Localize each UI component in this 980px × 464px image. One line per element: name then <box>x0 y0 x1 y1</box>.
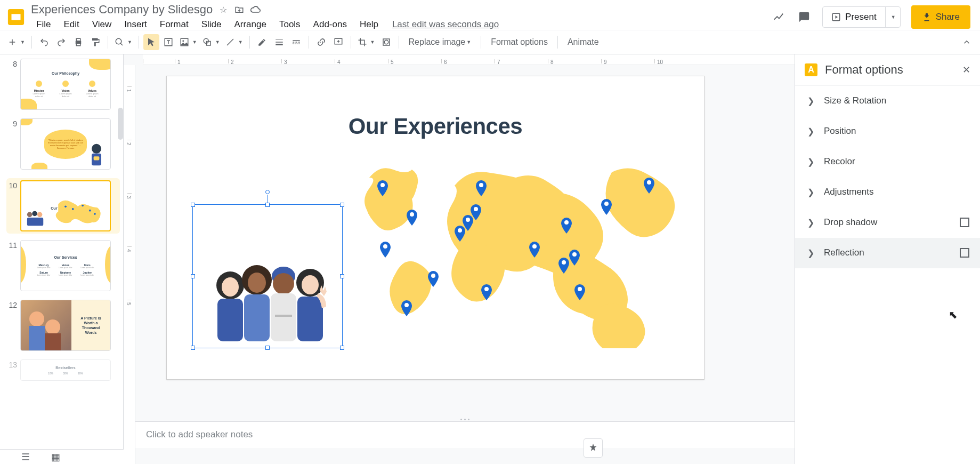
reflection-checkbox[interactable] <box>960 248 969 258</box>
border-dash-button[interactable] <box>288 34 304 50</box>
undo-button[interactable] <box>36 34 52 50</box>
resize-handle-sw[interactable] <box>191 346 195 350</box>
mask-button[interactable] <box>378 34 394 50</box>
grid-view-icon[interactable]: ▦ <box>51 451 60 463</box>
format-panel-title: Format options <box>825 63 903 77</box>
menu-format[interactable]: Format <box>155 18 194 31</box>
svg-point-9 <box>182 40 184 42</box>
crop-button[interactable]: ▼ <box>355 34 377 50</box>
animate-button[interactable]: Animate <box>562 34 604 50</box>
section-size-rotation[interactable]: ❯ Size & Rotation <box>795 86 980 116</box>
slide-canvas[interactable]: Our Experiences <box>166 76 704 380</box>
filmstrip-view-icon[interactable]: ☰ <box>21 451 30 463</box>
doc-title[interactable]: Experiences Company by Slidesgo <box>31 3 213 17</box>
paint-format-button[interactable] <box>87 34 103 50</box>
slide-thumbnail-13[interactable]: Bestsellers 10% 30% 20% <box>20 359 111 381</box>
resize-handle-nw[interactable] <box>191 203 195 207</box>
redo-button[interactable] <box>53 34 69 50</box>
menu-file[interactable]: File <box>31 18 56 31</box>
border-weight-button[interactable] <box>271 34 287 50</box>
select-tool[interactable] <box>143 34 159 50</box>
svg-point-23 <box>72 208 74 210</box>
textbox-tool[interactable] <box>160 34 176 50</box>
section-recolor[interactable]: ❯ Recolor <box>795 147 980 177</box>
menu-arrange[interactable]: Arrange <box>229 18 271 31</box>
line-tool[interactable]: ▼ <box>223 34 245 50</box>
titlebar: Experiences Company by Slidesgo ☆ File E… <box>0 0 980 30</box>
collapse-toolbar-button[interactable] <box>959 34 975 50</box>
slide-thumbnail-8[interactable]: Our Philosophy MissionLorem ipsum dolor … <box>20 59 111 110</box>
world-map-image[interactable] <box>348 156 682 348</box>
notes-resize-handle[interactable] <box>455 419 476 421</box>
svg-point-44 <box>572 252 577 257</box>
svg-rect-57 <box>244 294 270 341</box>
svg-rect-56 <box>217 299 243 341</box>
menu-tools[interactable]: Tools <box>274 18 306 31</box>
activity-icon[interactable] <box>771 10 786 25</box>
present-button[interactable]: Present <box>823 12 885 22</box>
slide-thumbnail-11[interactable]: Our Services MercuryLorem ipsum dolor Ve… <box>20 240 111 291</box>
slide-thumbnail-9[interactable]: "This is a quote, words full of wisdom t… <box>20 118 111 170</box>
slide-title[interactable]: Our Experiences <box>167 114 704 139</box>
menu-help[interactable]: Help <box>354 18 384 31</box>
slides-logo-icon[interactable] <box>5 6 27 28</box>
explore-button[interactable] <box>584 438 603 458</box>
svg-rect-60 <box>275 315 292 317</box>
resize-handle-se[interactable] <box>340 346 344 350</box>
last-edit-link[interactable]: Last edit was seconds ago <box>392 19 499 30</box>
menu-edit[interactable]: Edit <box>58 18 84 31</box>
new-slide-button[interactable]: ▼ <box>5 34 27 50</box>
menubar: File Edit View Insert Format Slide Arran… <box>31 18 771 31</box>
menu-view[interactable]: View <box>87 18 117 31</box>
svg-point-20 <box>37 212 43 218</box>
print-button[interactable] <box>70 34 86 50</box>
svg-rect-1 <box>12 14 21 20</box>
shape-tool[interactable]: ▼ <box>200 34 222 50</box>
resize-handle-e[interactable] <box>340 274 344 278</box>
present-dropdown[interactable]: ▼ <box>885 7 900 27</box>
menu-insert[interactable]: Insert <box>119 18 152 31</box>
filmstrip[interactable]: 8 Our Philosophy MissionLorem ipsum dolo… <box>0 54 124 464</box>
speaker-notes[interactable]: Click to add speaker notes <box>135 421 795 448</box>
resize-handle-w[interactable] <box>191 274 195 278</box>
menu-addons[interactable]: Add-ons <box>308 18 352 31</box>
link-button[interactable] <box>313 34 329 50</box>
cloud-status-icon[interactable] <box>250 4 261 15</box>
replace-image-button[interactable]: Replace image▼ <box>403 34 477 50</box>
comments-icon[interactable] <box>797 10 812 25</box>
resize-handle-s[interactable] <box>265 346 270 350</box>
format-panel-icon: A <box>805 63 817 76</box>
rotate-handle[interactable] <box>265 190 270 194</box>
section-reflection[interactable]: ❯ Reflection <box>795 238 980 268</box>
svg-point-27 <box>29 311 44 326</box>
section-drop-shadow[interactable]: ❯ Drop shadow <box>795 207 980 238</box>
menu-slide[interactable]: Slide <box>196 18 227 31</box>
section-adjustments[interactable]: ❯ Adjustments <box>795 177 980 207</box>
section-position[interactable]: ❯ Position <box>795 116 980 147</box>
drop-shadow-checkbox[interactable] <box>960 218 969 227</box>
slide-thumbnail-12[interactable]: A Picture Is Worth a Thousand Words <box>20 300 111 351</box>
zoom-button[interactable]: ▼ <box>112 34 134 50</box>
svg-point-14 <box>384 40 388 44</box>
image-tool[interactable]: ▼ <box>177 34 199 50</box>
slide-thumbnail-10[interactable]: Our Experiences <box>20 180 111 231</box>
resize-handle-n[interactable] <box>265 203 270 207</box>
star-icon[interactable]: ☆ <box>218 4 229 15</box>
canvas[interactable]: 12345678910 12345 Our Experiences <box>124 54 795 464</box>
svg-point-45 <box>578 287 582 291</box>
format-options-button[interactable]: Format options <box>485 34 553 50</box>
svg-point-25 <box>89 210 91 212</box>
filmstrip-scrollbar[interactable] <box>118 108 123 140</box>
toolbar: ▼ ▼ ▼ ▼ ▼ ▼ Replace image▼ Format option… <box>0 30 980 54</box>
svg-point-41 <box>532 244 537 249</box>
slide-number: 12 <box>6 300 17 309</box>
resize-handle-ne[interactable] <box>340 203 344 207</box>
slide-number: 10 <box>6 180 17 190</box>
selected-image-people[interactable] <box>192 204 343 348</box>
border-color-button[interactable] <box>254 34 270 50</box>
add-comment-button[interactable] <box>330 34 346 50</box>
close-panel-button[interactable]: ✕ <box>962 64 970 76</box>
move-to-folder-icon[interactable] <box>234 4 245 15</box>
svg-point-31 <box>380 183 385 187</box>
share-button[interactable]: Share <box>911 5 970 29</box>
